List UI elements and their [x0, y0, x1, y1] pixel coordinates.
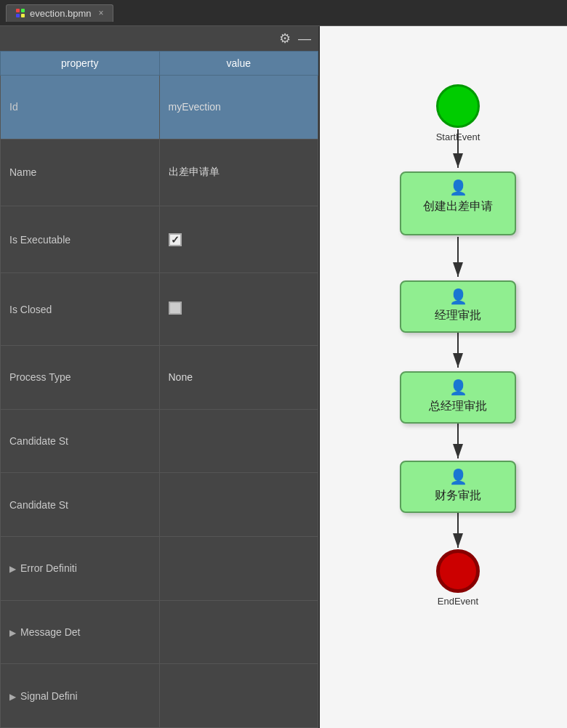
tab-close-button[interactable]: × [99, 8, 104, 18]
task-3[interactable]: 👤 总经理审批 [400, 371, 516, 424]
task-2[interactable]: 👤 经理审批 [400, 280, 516, 333]
value-cell: myEvection [159, 76, 318, 139]
expand-arrow-icon[interactable]: ▶ [9, 692, 16, 702]
property-cell: Is Closed [1, 273, 160, 346]
table-row[interactable]: ▶Message Det [1, 600, 318, 664]
property-cell: Is Executable [1, 206, 160, 273]
start-event-label: StartEvent [427, 132, 488, 142]
value-cell [159, 664, 318, 728]
properties-panel: ⚙ — property value IdmyEvectionName出差申请单… [0, 26, 320, 728]
value-cell [159, 473, 318, 537]
table-row[interactable]: Candidate St [1, 409, 318, 473]
table-header-row: property value [1, 52, 318, 76]
property-cell: Candidate St [1, 409, 160, 473]
tab-bar: evection.bpmn × [0, 0, 567, 26]
svg-rect-2 [16, 14, 20, 17]
task-2-icon: 👤 [449, 288, 467, 305]
properties-table: property value IdmyEvectionName出差申请单Is E… [0, 51, 318, 728]
task-4[interactable]: 👤 财务审批 [400, 461, 516, 513]
table-row[interactable]: Is Closed [1, 273, 318, 346]
checkbox-unchecked[interactable] [169, 302, 182, 315]
svg-rect-0 [16, 9, 20, 12]
property-cell: Name [1, 139, 160, 206]
bpmn-canvas: StartEvent 👤 创建出差申请 👤 经理审批 👤 总经理审批 👤 财务审… [320, 26, 567, 728]
start-event[interactable] [436, 84, 480, 128]
bpmn-tab[interactable]: evection.bpmn × [6, 4, 113, 22]
task-4-icon: 👤 [449, 468, 467, 485]
table-row[interactable]: Process TypeNone [1, 345, 318, 409]
table-row[interactable]: Name出差申请单 [1, 139, 318, 206]
task-1[interactable]: 👤 创建出差申请 [400, 171, 516, 235]
property-column-header: property [1, 52, 160, 76]
property-cell: ▶Message Det [1, 600, 160, 664]
tab-label: evection.bpmn [30, 8, 92, 19]
property-cell: ▶Signal Defini [1, 664, 160, 728]
task-3-label: 总经理审批 [429, 399, 487, 414]
task-1-icon: 👤 [449, 179, 467, 196]
value-cell[interactable] [159, 273, 318, 346]
value-cell[interactable] [159, 206, 318, 273]
task-4-label: 财务审批 [435, 488, 481, 503]
table-row[interactable]: Candidate St [1, 473, 318, 537]
value-cell [159, 536, 318, 600]
table-row[interactable]: ▶Signal Defini [1, 664, 318, 728]
bpmn-tab-icon [15, 8, 25, 18]
svg-rect-3 [21, 14, 25, 17]
checkbox-checked[interactable] [169, 233, 182, 246]
panel-toolbar: ⚙ — [0, 26, 318, 51]
main-layout: ⚙ — property value IdmyEvectionName出差申请单… [0, 26, 567, 728]
task-3-icon: 👤 [449, 379, 467, 396]
property-cell: Process Type [1, 345, 160, 409]
value-cell: None [159, 345, 318, 409]
task-2-label: 经理审批 [435, 308, 481, 323]
property-cell: Candidate St [1, 473, 160, 537]
settings-icon[interactable]: ⚙ [279, 31, 291, 46]
task-1-label: 创建出差申请 [423, 199, 493, 214]
value-cell [159, 409, 318, 473]
end-event[interactable] [436, 549, 480, 593]
table-row[interactable]: IdmyEvection [1, 76, 318, 139]
property-cell: ▶Error Definiti [1, 536, 160, 600]
expand-arrow-icon[interactable]: ▶ [9, 564, 16, 574]
end-event-label: EndEvent [427, 596, 488, 607]
table-row[interactable]: ▶Error Definiti [1, 536, 318, 600]
value-column-header: value [159, 52, 318, 76]
expand-arrow-icon[interactable]: ▶ [9, 628, 16, 638]
minimize-icon[interactable]: — [298, 31, 311, 46]
value-cell: 出差申请单 [159, 139, 318, 206]
property-cell: Id [1, 76, 160, 139]
bpmn-diagram-panel[interactable]: StartEvent 👤 创建出差申请 👤 经理审批 👤 总经理审批 👤 财务审… [320, 26, 567, 728]
value-cell [159, 600, 318, 664]
svg-rect-1 [21, 9, 25, 12]
table-row[interactable]: Is Executable [1, 206, 318, 273]
